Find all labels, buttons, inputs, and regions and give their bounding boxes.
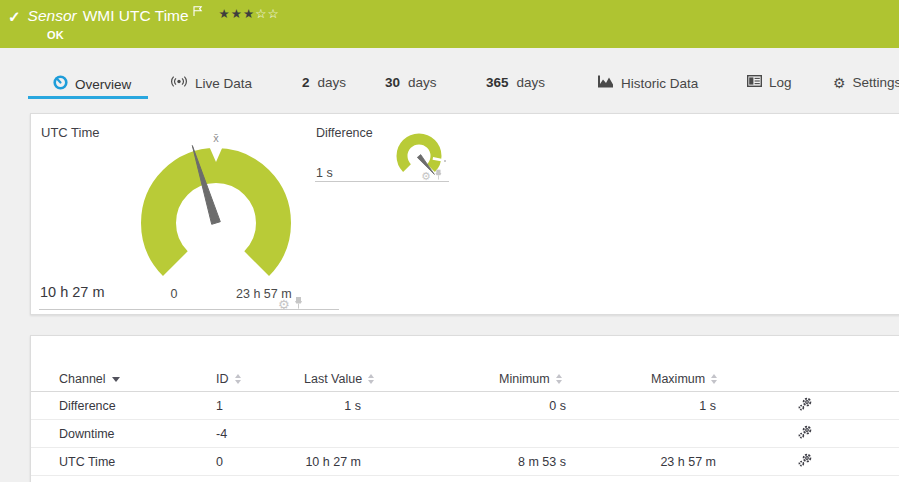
- channel-id: -4: [216, 427, 304, 441]
- channel-settings-icon[interactable]: [798, 397, 828, 414]
- last-value: 10 h 27 m: [304, 455, 361, 469]
- status-badge: OK: [47, 29, 64, 41]
- pin-icon[interactable]: [294, 295, 303, 313]
- table-row: Downtime -4: [31, 420, 899, 448]
- tab-settings-label: Settings: [853, 75, 899, 90]
- column-header-maximum-label: Maximum: [651, 372, 705, 386]
- star-empty-icons[interactable]: ☆☆: [255, 7, 279, 21]
- overview-gauges-panel: UTC Time x̄ 0 23 h 57 m 10 h 27 m ⚙ Diff…: [30, 113, 899, 315]
- historic-chart-icon: [597, 75, 614, 91]
- secondary-gauge-value: 1 s: [316, 166, 333, 180]
- priority-stars[interactable]: ★★★☆☆: [219, 8, 280, 21]
- primary-gauge: x̄: [116, 115, 316, 315]
- channel-table-panel: Channel ID Last Value Minimum Maximum: [30, 335, 899, 482]
- tab-2-days-label: days: [318, 75, 347, 90]
- live-data-icon: [170, 75, 188, 91]
- channel-id: 0: [216, 455, 304, 469]
- tab-30-days-number: 30: [385, 75, 400, 90]
- primary-gauge-min-label: 0: [164, 287, 184, 301]
- secondary-gauge-controls: ⚙: [421, 168, 442, 183]
- star-filled-icons[interactable]: ★★★: [219, 7, 256, 21]
- column-header-last-value[interactable]: Last Value: [304, 372, 361, 386]
- tab-bar: Overview Live Data 2 days 30 days 365 da…: [0, 48, 899, 112]
- last-value: 1 s: [304, 399, 361, 413]
- tab-live-data-label: Live Data: [195, 76, 252, 91]
- channel-settings-icon[interactable]: [798, 425, 828, 442]
- active-tab-underline: [28, 96, 148, 99]
- channel-name: UTC Time: [59, 455, 216, 469]
- tab-historic-data-label: Historic Data: [621, 76, 698, 91]
- channel-table: Channel ID Last Value Minimum Maximum: [31, 366, 899, 476]
- gear-icon[interactable]: ⚙: [278, 298, 290, 311]
- tab-settings[interactable]: ⚙ Settings: [833, 75, 899, 90]
- tab-live-data[interactable]: Live Data: [170, 75, 252, 91]
- channel-id: 1: [216, 399, 304, 413]
- average-marker-dot: [444, 160, 446, 162]
- column-header-id-label: ID: [216, 372, 229, 386]
- column-header-channel[interactable]: Channel: [59, 372, 216, 386]
- sort-desc-icon: [112, 377, 120, 382]
- table-header-row: Channel ID Last Value Minimum Maximum: [31, 366, 899, 392]
- pin-icon[interactable]: [434, 168, 442, 183]
- channel-settings-icon[interactable]: [798, 453, 828, 470]
- channel-name: Downtime: [59, 427, 216, 441]
- channel-name: Difference: [59, 399, 216, 413]
- sort-icon: [556, 374, 562, 384]
- primary-gauge-controls: ⚙: [278, 295, 303, 313]
- gauge-icon: [53, 75, 68, 93]
- sensor-kind-label: Sensor: [28, 7, 77, 25]
- column-header-channel-label: Channel: [59, 372, 106, 386]
- tab-log-label: Log: [769, 75, 792, 90]
- primary-gauge-title: UTC Time: [41, 125, 100, 140]
- tab-historic-data[interactable]: Historic Data: [597, 75, 698, 91]
- column-header-minimum[interactable]: Minimum: [499, 372, 566, 386]
- sensor-status-banner: ✓ Sensor WMI UTC Time ★★★☆☆ OK: [0, 0, 899, 48]
- table-row: Difference 1 1 s 0 s 1 s: [31, 392, 899, 420]
- column-header-id[interactable]: ID: [216, 372, 304, 386]
- minimum-value: 8 m 53 s: [499, 455, 566, 469]
- tab-365-days-number: 365: [486, 75, 509, 90]
- secondary-gauge-title: Difference: [316, 126, 373, 140]
- sort-icon: [711, 374, 717, 384]
- tab-2-days[interactable]: 2 days: [302, 75, 346, 90]
- tab-365-days[interactable]: 365 days: [486, 75, 545, 90]
- maximum-value: 23 h 57 m: [651, 455, 716, 469]
- sort-icon: [368, 374, 374, 384]
- settings-gear-icon: ⚙: [833, 76, 846, 90]
- log-icon: [747, 75, 762, 90]
- gear-icon[interactable]: ⚙: [421, 170, 431, 181]
- tab-30-days-label: days: [408, 75, 437, 90]
- tab-365-days-label: days: [517, 75, 546, 90]
- table-row: UTC Time 0 10 h 27 m 8 m 53 s 23 h 57 m: [31, 448, 899, 476]
- minimum-value: 0 s: [499, 399, 566, 413]
- tab-log[interactable]: Log: [747, 75, 792, 90]
- average-marker: x̄: [213, 132, 219, 144]
- sensor-title: WMI UTC Time: [83, 7, 189, 25]
- sort-icon: [235, 374, 241, 384]
- tab-30-days[interactable]: 30 days: [385, 75, 437, 90]
- maximum-value: 1 s: [651, 399, 716, 413]
- column-header-minimum-label: Minimum: [499, 372, 550, 386]
- column-header-last-value-label: Last Value: [304, 372, 362, 386]
- tab-2-days-number: 2: [302, 75, 310, 90]
- tab-overview-label: Overview: [75, 77, 131, 92]
- status-check-icon: ✓: [8, 9, 21, 24]
- primary-gauge-value: 10 h 27 m: [40, 284, 105, 300]
- tab-overview[interactable]: Overview: [53, 75, 131, 93]
- column-header-maximum[interactable]: Maximum: [651, 372, 716, 386]
- flag-icon[interactable]: [192, 3, 203, 21]
